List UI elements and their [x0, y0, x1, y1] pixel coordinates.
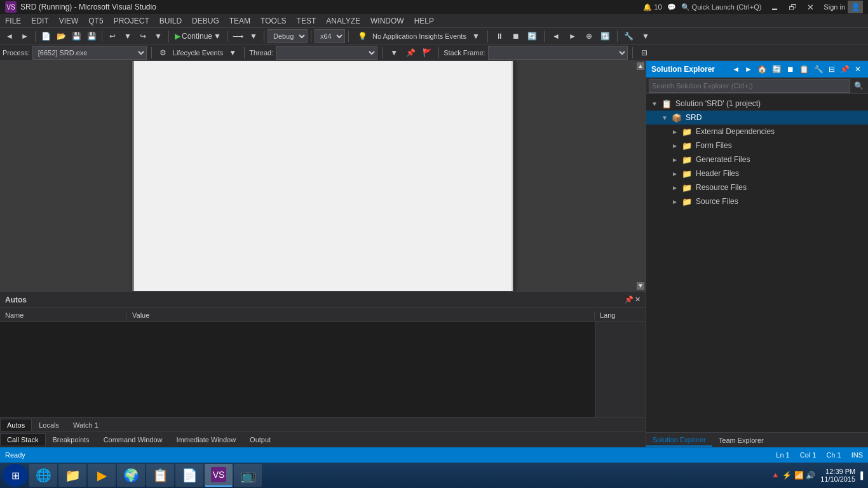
tab-immediate-window[interactable]: Immediate Window — [170, 433, 243, 445]
se-options-button[interactable]: ⊟ — [827, 65, 837, 74]
srd-content-area[interactable] — [133, 61, 513, 291]
se-home-button[interactable]: 🏠 — [756, 65, 769, 74]
tab-output[interactable]: Output — [243, 433, 278, 445]
tree-folder-external-deps[interactable]: ► 📁 External Dependencies — [646, 125, 868, 139]
new-file-button[interactable]: 📄 — [39, 29, 53, 43]
save-all-button[interactable]: 💾 — [85, 29, 98, 43]
undo-dropdown[interactable]: ▼ — [121, 29, 135, 43]
tray-icons[interactable]: 🔺 ⚡ 📶 🔊 — [771, 471, 815, 480]
pause-button[interactable]: ⏸ — [492, 29, 506, 43]
feedback-icon[interactable]: 💬 — [667, 3, 676, 11]
restart-button[interactable]: 🔄 — [526, 29, 539, 43]
nav-forward-debug[interactable]: ► — [566, 29, 580, 43]
se-forward-button[interactable]: ► — [743, 65, 754, 74]
signin-label[interactable]: Sign in — [824, 3, 845, 11]
taskbar-chrome[interactable]: 🌍 — [117, 464, 145, 487]
se-stop-button[interactable]: ⏹ — [785, 65, 796, 74]
save-button[interactable]: 💾 — [69, 29, 83, 43]
menu-file[interactable]: FILE — [0, 15, 26, 27]
tree-project-srd[interactable]: ▼ 📦 SRD — [646, 111, 868, 125]
se-refresh-button[interactable]: 🔄 — [770, 65, 783, 74]
lifecycle-dropdown[interactable]: ▼ — [226, 46, 240, 60]
stack-frame-dropdown[interactable] — [488, 46, 628, 60]
pin-icon[interactable]: 📌 — [403, 46, 417, 60]
tab-locals[interactable]: Locals — [32, 419, 66, 431]
tab-command-window[interactable]: Command Window — [97, 433, 170, 445]
se-properties-button[interactable]: 🔧 — [812, 65, 825, 74]
tab-autos[interactable]: Autos — [0, 419, 32, 431]
stop-button[interactable]: ⏹ — [509, 29, 523, 43]
menu-help[interactable]: HELP — [409, 15, 439, 27]
nav-more[interactable]: ⊕ — [582, 29, 596, 43]
tab-solution-explorer[interactable]: Solution Explorer — [646, 434, 712, 447]
debug-dropdown-btn[interactable]: ▼ — [247, 29, 261, 43]
taskbar-mediaplayer[interactable]: ▶ — [88, 464, 116, 487]
notification-bell[interactable]: 🔔 10 — [643, 3, 661, 11]
taskbar-ie[interactable]: 🌐 — [29, 464, 57, 487]
autos-close-button[interactable]: ✕ — [635, 295, 641, 304]
platform-dropdown[interactable]: x64 — [315, 29, 345, 43]
menu-tools[interactable]: TOOLS — [255, 15, 291, 27]
filter-icon[interactable]: ▼ — [387, 46, 401, 60]
account-icon[interactable]: 👤 — [848, 1, 863, 13]
menu-debug[interactable]: DEBUG — [187, 15, 224, 27]
menu-edit[interactable]: EDIT — [26, 15, 53, 27]
menu-view[interactable]: VIEW — [54, 15, 84, 27]
tab-callstack[interactable]: Call Stack — [0, 433, 46, 445]
start-button[interactable]: ⊞ — [3, 464, 28, 487]
se-search-input[interactable] — [649, 79, 850, 93]
show-desktop-button[interactable]: ▌ — [860, 471, 865, 479]
tree-folder-form-files[interactable]: ► 📁 Form Files — [646, 139, 868, 152]
srd-app-window[interactable]: ■ SRD _ □ ✕ — [132, 61, 513, 291]
se-search-icon[interactable]: 🔍 — [851, 79, 865, 93]
ai-dropdown[interactable]: ▼ — [469, 29, 483, 43]
tools-button[interactable]: 🔧 — [622, 29, 636, 43]
menu-team[interactable]: TEAM — [224, 15, 255, 27]
menu-project[interactable]: PROJECT — [109, 15, 154, 27]
close-button[interactable]: ✕ — [802, 0, 818, 14]
redo-dropdown[interactable]: ▼ — [151, 29, 165, 43]
se-close-button[interactable]: ✕ — [853, 65, 863, 74]
menu-build[interactable]: BUILD — [154, 15, 187, 27]
thread-dropdown[interactable] — [276, 46, 377, 60]
debug-config-dropdown[interactable]: Debug — [268, 29, 308, 43]
menu-qt5[interactable]: QT5 — [83, 15, 108, 27]
menu-analyze[interactable]: ANALYZE — [321, 15, 365, 27]
clock[interactable]: 12:39 PM 11/10/2015 — [820, 468, 855, 483]
refresh-button[interactable]: 🔃 — [599, 29, 613, 43]
tools-dropdown[interactable]: ▼ — [639, 29, 653, 43]
tree-folder-generated[interactable]: ► 📁 Generated Files — [646, 152, 868, 166]
tree-folder-source[interactable]: ► 📁 Source Files — [646, 194, 868, 208]
forward-button[interactable]: ► — [18, 29, 32, 43]
maximize-button[interactable]: 🗗 — [784, 0, 801, 14]
flag-icon[interactable]: 🚩 — [420, 46, 434, 60]
undo-button[interactable]: ↩ — [105, 29, 119, 43]
continue-button[interactable]: ▶ Continue ▼ — [172, 32, 224, 41]
step-over-button[interactable]: ⟶ — [231, 29, 245, 43]
tab-team-explorer[interactable]: Team Explorer — [712, 435, 770, 446]
redo-button[interactable]: ↪ — [136, 29, 150, 43]
process-dropdown[interactable]: [6652] SRD.exe — [32, 46, 147, 60]
tree-solution[interactable]: ▼ 📋 Solution 'SRD' (1 project) — [646, 97, 868, 111]
editor-area[interactable]: ■ SRD _ □ ✕ ▲ ▼ — [0, 61, 646, 291]
taskbar-vs[interactable]: VS — [205, 464, 233, 487]
vertical-scrollbar[interactable]: ▲ ▼ — [635, 61, 646, 291]
se-copy-button[interactable]: 📋 — [797, 65, 811, 74]
se-back-button[interactable]: ◄ — [730, 65, 742, 74]
taskbar-fileexplorer[interactable]: 📋 — [146, 464, 174, 487]
back-button[interactable]: ◄ — [3, 29, 17, 43]
se-pin-button[interactable]: 📌 — [838, 65, 851, 74]
collapse-button[interactable]: ⊟ — [637, 46, 651, 60]
tab-breakpoints[interactable]: Breakpoints — [46, 433, 97, 445]
minimize-button[interactable]: 🗕 — [766, 0, 783, 14]
taskbar-pdf[interactable]: 📄 — [175, 464, 203, 487]
taskbar-explorer[interactable]: 📁 — [58, 464, 86, 487]
autos-pin-button[interactable]: 📌 — [625, 295, 634, 304]
ai-icon[interactable]: 💡 — [356, 29, 370, 43]
tree-folder-resource[interactable]: ► 📁 Resource Files — [646, 180, 868, 194]
nav-back[interactable]: ◄ — [549, 29, 563, 43]
search-quick-launch[interactable]: 🔍 Quick Launch (Ctrl+Q) — [681, 3, 762, 11]
lifecycle-icon[interactable]: ⚙ — [156, 46, 170, 60]
taskbar-store[interactable]: 📺 — [234, 464, 262, 487]
menu-test[interactable]: TEST — [292, 15, 322, 27]
